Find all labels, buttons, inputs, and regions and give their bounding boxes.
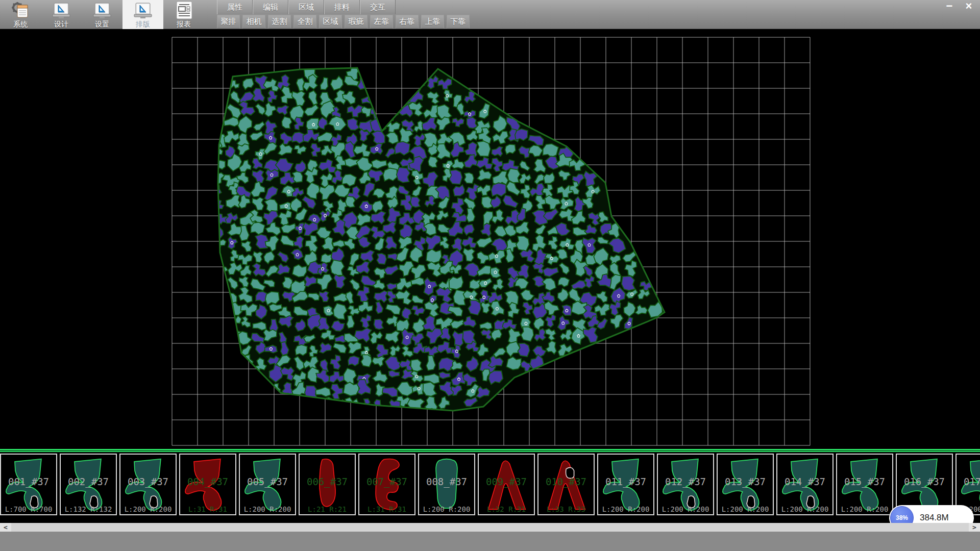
piece-shape-boot [837,455,892,514]
module-3[interactable]: 设置 [82,0,122,29]
piece-thumbnail-strip: 001_#37 L:700 R:700 002_#37 L:132 R:132 … [0,449,980,516]
piece-thumbnail-11[interactable]: 011_#37 L:200 R:200 [597,454,654,515]
module-label: 系统 [13,20,28,29]
piece-thumbnail-14[interactable]: 014_#37 L:200 R:200 [776,454,834,515]
memory-usage-label: 384.8M [920,513,949,523]
piece-thumbnail-6[interactable]: 006_#37 L:21 R:21 [299,454,356,515]
menu-tab-bar: 属性编辑区域排料交互 [217,0,396,14]
system-gear-icon [10,1,31,19]
module-5[interactable]: 报表 [163,0,204,29]
piece-shape-ashape [538,455,594,514]
module-bar: 系统 设计 设置 排版 报表 [0,0,204,29]
piece-thumbnail-3[interactable]: 003_#37 L:200 R:200 [119,454,177,515]
piece-shape-boot [777,455,832,514]
module-label: 设置 [95,20,109,29]
menu-tab-4[interactable]: 排料 [324,0,360,14]
tool-button-3[interactable]: 选割 [268,15,291,29]
module-2[interactable]: 设计 [41,0,82,29]
piece-thumbnail-7[interactable]: 007_#37 L:31 R:31 [358,454,415,515]
menu-tab-1[interactable]: 属性 [217,0,253,14]
tool-button-6[interactable]: 瑕疵 [345,15,368,29]
piece-shape-boot [61,455,116,514]
piece-shape-boot [658,455,713,514]
scroll-right-icon[interactable]: > [969,523,980,532]
piece-thumbnail-4[interactable]: 004_#37 L:31 R:31 [179,454,236,515]
piece-thumbnail-9[interactable]: 009_#37 L:32 R:31 [478,454,535,515]
tool-button-2[interactable]: 相机 [242,15,265,29]
tool-button-4[interactable]: 全割 [293,15,316,29]
piece-thumbnail-8[interactable]: 008_#37 L:200 R:200 [418,454,475,515]
tool-button-5[interactable]: 区域 [319,15,342,29]
layout-ruler-icon [133,1,153,19]
menu-tab-5[interactable]: 交互 [360,0,396,14]
piece-shape-ashape [479,455,534,514]
main-toolbar: 系统 设计 设置 排版 报表 属性编辑区域排料交互 聚排相机选割全割区域瑕疵左靠… [0,0,980,29]
thumbnail-list: 001_#37 L:700 R:700 002_#37 L:132 R:132 … [0,453,980,515]
piece-shape-boot [240,455,295,514]
window-footer [0,532,980,551]
module-label: 排版 [136,20,150,29]
piece-shape-boot [718,455,773,514]
tool-button-row: 聚排相机选割全割区域瑕疵左靠右靠上靠下靠 [217,15,470,29]
piece-thumbnail-5[interactable]: 005_#37 L:200 R:200 [239,454,296,515]
module-4[interactable]: 排版 [122,0,163,29]
piece-thumbnail-10[interactable]: 010_#37 L:33 R:33 [537,454,595,515]
horizontal-scrollbar[interactable]: < > [0,523,980,532]
piece-thumbnail-15[interactable]: 015_#37 L:200 R:200 [836,454,893,515]
piece-thumbnail-13[interactable]: 013_#37 L:200 R:200 [717,454,774,515]
piece-thumbnail-12[interactable]: 012_#37 L:200 R:200 [657,454,714,515]
tool-button-10[interactable]: 下靠 [447,15,470,29]
menu-tab-2[interactable]: 编辑 [253,0,288,14]
piece-shape-boot [180,455,235,514]
piece-shape-cshape [359,455,414,514]
piece-shape-boot [120,455,176,514]
scroll-left-icon[interactable]: < [0,523,11,532]
tool-button-1[interactable]: 聚排 [217,15,240,29]
close-button[interactable]: × [961,1,977,11]
piece-shape-blob [300,455,355,514]
menu-tab-3[interactable]: 区域 [288,0,324,14]
app-window: 系统 设计 设置 排版 报表 属性编辑区域排料交互 聚排相机选割全割区域瑕疵左靠… [0,0,980,551]
module-1[interactable]: 系统 [0,0,41,29]
piece-shape-boot [598,455,653,514]
canvas-svg [0,29,980,449]
settings-ruler-icon [92,1,112,19]
piece-shape-boot [1,455,56,514]
strip-divider [0,449,980,453]
piece-thumbnail-1[interactable]: 001_#37 L:700 R:700 [0,454,57,515]
piece-thumbnail-2[interactable]: 002_#37 L:132 R:132 [60,454,117,515]
window-controls: − × [941,1,977,11]
nesting-canvas[interactable] [0,29,980,449]
design-ruler-icon [51,1,71,19]
minimize-button[interactable]: − [941,1,958,11]
tool-button-9[interactable]: 上靠 [421,15,444,29]
piece-shape-slab [419,455,474,514]
tool-button-7[interactable]: 左靠 [370,15,393,29]
module-label: 设计 [54,20,68,29]
report-document-icon [174,1,194,19]
tool-button-8[interactable]: 右靠 [396,15,419,29]
module-label: 报表 [177,20,191,29]
